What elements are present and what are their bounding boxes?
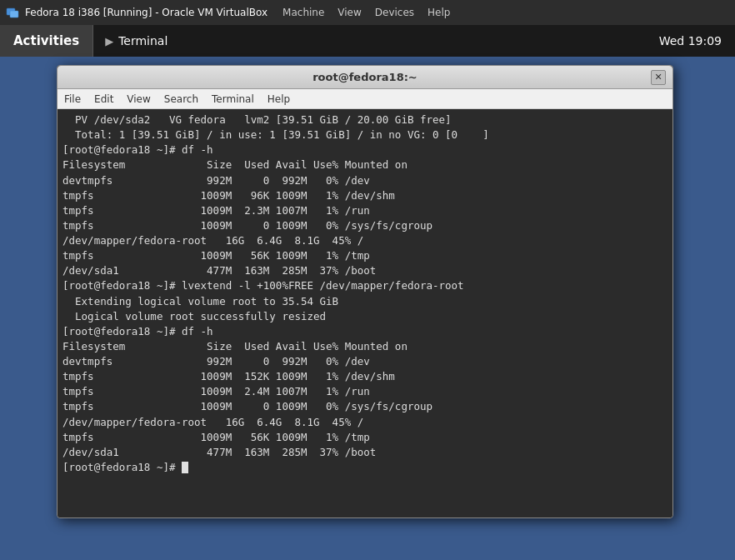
terminal-window: root@fedora18:~ ✕ File Edit View Search …: [57, 65, 673, 518]
terminal-menu-file[interactable]: File: [58, 89, 88, 108]
terminal-tab-icon: ▶: [105, 35, 113, 48]
terminal-close-button[interactable]: ✕: [651, 70, 666, 85]
vbox-menu-machine[interactable]: Machine: [276, 0, 331, 25]
terminal-menu-help[interactable]: Help: [261, 89, 297, 108]
terminal-title: root@fedora18:~: [312, 71, 418, 83]
gnome-bar-left: Activities ▶ Terminal: [0, 25, 179, 57]
vbox-titlebar-left: Fedora 18 i386 [Running] - Oracle VM Vir…: [0, 0, 268, 25]
vbox-menu-help[interactable]: Help: [421, 0, 457, 25]
terminal-cursor: [182, 462, 188, 473]
vbox-menu-devices[interactable]: Devices: [368, 0, 421, 25]
terminal-menu-edit[interactable]: Edit: [88, 89, 120, 108]
vbox-menus: Machine View Devices Help: [276, 0, 457, 25]
terminal-menu-search[interactable]: Search: [158, 89, 205, 108]
vbox-titlebar: Fedora 18 i386 [Running] - Oracle VM Vir…: [0, 0, 735, 25]
activities-button[interactable]: Activities: [0, 25, 93, 57]
vbox-menu-view[interactable]: View: [331, 0, 368, 25]
terminal-output[interactable]: PV /dev/sda2 VG fedora lvm2 [39.51 GiB /…: [58, 109, 672, 518]
terminal-titlebar: root@fedora18:~ ✕: [58, 66, 672, 89]
terminal-menu-view[interactable]: View: [120, 89, 157, 108]
terminal-taskbar-tab[interactable]: ▶ Terminal: [93, 25, 179, 57]
svg-rect-1: [10, 11, 18, 18]
vbox-title: Fedora 18 i386 [Running] - Oracle VM Vir…: [25, 7, 268, 18]
terminal-menu-terminal[interactable]: Terminal: [205, 89, 261, 108]
gnome-taskbar: Activities ▶ Terminal Wed 19:09: [0, 25, 735, 57]
terminal-tab-label: Terminal: [118, 34, 168, 48]
gnome-clock: Wed 19:09: [659, 34, 735, 48]
terminal-menubar: File Edit View Search Terminal Help: [58, 89, 672, 109]
desktop: root@fedora18:~ ✕ File Edit View Search …: [0, 57, 735, 560]
vbox-icon: [5, 5, 20, 20]
